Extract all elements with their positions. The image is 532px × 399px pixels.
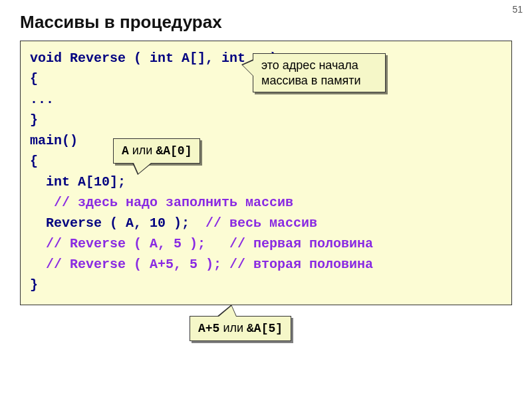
callout-2-code-a: A bbox=[122, 144, 129, 158]
code-line-3: ... bbox=[30, 92, 54, 107]
code-line-1: void Reverse ( int A[], int N ) bbox=[30, 51, 277, 66]
callout-a5-or-a5idx: A+5 или &A[5] bbox=[190, 316, 291, 341]
callout-1-line2: массива в памяти bbox=[261, 73, 377, 88]
callout-tail-icon bbox=[241, 59, 253, 76]
code-l11-comment: // Reverse ( A+5, 5 ); // вторая половин… bbox=[46, 257, 373, 272]
callout-3-code-a5idx: &A[5] bbox=[247, 322, 283, 335]
code-l10-comment: // Reverse ( A, 5 ); // первая половина bbox=[46, 236, 373, 251]
callout-2-code-a0: &A[0] bbox=[156, 144, 192, 158]
code-l8-comment: // здесь надо заполнить массив bbox=[54, 195, 293, 210]
code-l9-comment: // весь массив bbox=[205, 215, 317, 231]
code-line-7: int A[10]; bbox=[30, 174, 126, 190]
callout-3-or: или bbox=[219, 321, 247, 334]
callout-1-line1: это адрес начала bbox=[261, 58, 377, 73]
page-number: 51 bbox=[512, 4, 523, 15]
code-line-5: main() bbox=[30, 133, 78, 148]
callout-a-or-a0: A или &A[0] bbox=[113, 138, 200, 164]
code-line-6: { bbox=[30, 154, 38, 169]
code-line-9: Reverse ( A, 10 ); // весь массив bbox=[30, 215, 317, 231]
callout-address-note: это адрес начала массива в памяти bbox=[253, 53, 386, 92]
code-line-4: } bbox=[30, 112, 38, 128]
code-line-11: // Reverse ( A+5, 5 ); // вторая половин… bbox=[30, 257, 373, 272]
code-l8a bbox=[30, 195, 54, 210]
code-l9a: Reverse ( A, 10 ); bbox=[30, 215, 205, 231]
callout-tail-icon bbox=[217, 305, 237, 317]
slide-title: Массивы в процедурах bbox=[20, 12, 512, 33]
slide: 51 Массивы в процедурах void Reverse ( i… bbox=[0, 0, 532, 399]
callout-3-code-a5: A+5 bbox=[198, 322, 219, 335]
code-l10a bbox=[30, 236, 46, 251]
code-line-10: // Reverse ( A, 5 ); // первая половина bbox=[30, 236, 373, 251]
callout-2-or: или bbox=[129, 144, 156, 157]
code-line-8: // здесь надо заполнить массив bbox=[30, 195, 293, 210]
code-line-12: } bbox=[30, 277, 38, 293]
code-line-2: { bbox=[30, 71, 38, 86]
code-l11a bbox=[30, 257, 46, 272]
callout-tail-icon bbox=[132, 163, 152, 175]
